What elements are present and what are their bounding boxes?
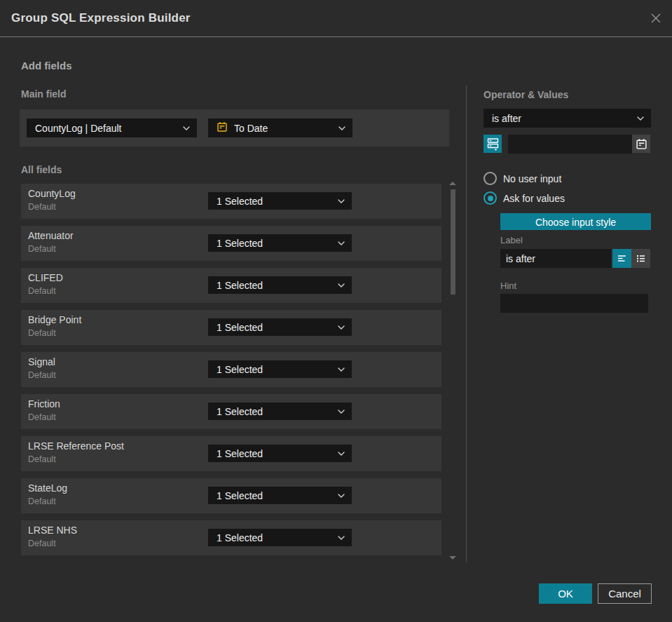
- chevron-down-icon: [183, 126, 190, 130]
- choose-input-style-button[interactable]: Choose input style: [500, 213, 651, 230]
- radio-circle-icon: [484, 172, 497, 185]
- align-left-icon: [616, 252, 628, 264]
- field-subtitle: Default: [28, 412, 56, 422]
- field-row: LRSE NHS Default 1 Selected: [21, 520, 441, 555]
- chevron-down-icon: [338, 241, 345, 245]
- field-row: Friction Default 1 Selected: [21, 394, 441, 429]
- main-field-label: Main field: [21, 88, 67, 100]
- chevron-down-icon: [338, 536, 345, 540]
- date-picker-button[interactable]: [632, 135, 650, 153]
- field-selection-value: 1 Selected: [217, 238, 334, 249]
- field-selection-dropdown[interactable]: 1 Selected: [208, 529, 352, 546]
- radio-no-user-input[interactable]: No user input: [484, 172, 561, 185]
- scrollbar-up-arrow[interactable]: [449, 182, 456, 185]
- field-subtitle: Default: [28, 539, 56, 548]
- field-selection-dropdown[interactable]: 1 Selected: [208, 276, 352, 294]
- field-subtitle: Default: [28, 328, 56, 338]
- main-field-panel: CountyLog | Default To Date: [20, 109, 449, 147]
- field-row: LRSE Reference Post Default 1 Selected: [21, 436, 441, 471]
- field-selection-dropdown[interactable]: 1 Selected: [208, 445, 352, 462]
- group-sql-expression-builder-dialog: Group SQL Expression Builder Add fields …: [0, 0, 672, 622]
- stacked-values-icon: [486, 137, 500, 151]
- scrollbar-down-arrow[interactable]: [449, 556, 456, 560]
- label-input[interactable]: [500, 249, 611, 268]
- field-row: StateLog Default 1 Selected: [21, 478, 441, 513]
- single-line-style-toggle[interactable]: [612, 249, 631, 268]
- field-selection-value: 1 Selected: [217, 322, 334, 333]
- chevron-down-icon: [637, 116, 644, 121]
- hint-input[interactable]: [500, 294, 648, 313]
- field-selection-dropdown[interactable]: 1 Selected: [208, 360, 352, 378]
- value-type-toggle-button[interactable]: [484, 135, 502, 153]
- scrollbar-thumb[interactable]: [451, 189, 455, 295]
- field-selection-value: 1 Selected: [217, 406, 334, 417]
- all-fields-label: All fields: [21, 164, 62, 175]
- field-selection-dropdown[interactable]: 1 Selected: [208, 234, 352, 252]
- field-name: LRSE Reference Post: [28, 440, 124, 452]
- field-name: LRSE NHS: [28, 525, 77, 536]
- field-name: CLIFED: [28, 272, 63, 283]
- date-field-select-value: To Date: [234, 123, 334, 134]
- field-name: Bridge Point: [28, 314, 81, 325]
- chevron-down-icon: [338, 367, 345, 372]
- field-subtitle: Default: [28, 286, 56, 296]
- field-row: Attenuator Default 1 Selected: [21, 226, 441, 261]
- field-name: StateLog: [28, 482, 67, 494]
- field-subtitle: Default: [28, 370, 56, 380]
- chevron-down-icon: [338, 410, 345, 414]
- field-row: CountyLog Default 1 Selected: [21, 184, 441, 219]
- radio-label: No user input: [503, 173, 561, 184]
- chevron-down-icon: [338, 494, 345, 498]
- field-selection-value: 1 Selected: [217, 448, 334, 459]
- chevron-down-icon: [338, 199, 345, 203]
- field-name: Signal: [28, 356, 55, 367]
- field-row: Bridge Point Default 1 Selected: [21, 310, 441, 345]
- add-fields-heading: Add fields: [21, 60, 72, 72]
- field-selection-dropdown[interactable]: 1 Selected: [208, 318, 352, 336]
- field-row: Signal Default 1 Selected: [21, 352, 441, 387]
- calendar-icon: [217, 121, 228, 135]
- close-icon[interactable]: [649, 11, 663, 25]
- field-selection-value: 1 Selected: [217, 532, 334, 543]
- chevron-down-icon: [338, 325, 345, 330]
- ok-button[interactable]: OK: [539, 583, 592, 604]
- title-bar: Group SQL Expression Builder: [0, 0, 672, 37]
- field-selection-value: 1 Selected: [217, 364, 334, 375]
- field-selection-value: 1 Selected: [217, 196, 334, 207]
- dialog-title: Group SQL Expression Builder: [11, 0, 191, 36]
- panel-divider: [466, 86, 467, 562]
- hint-caption: Hint: [500, 280, 516, 291]
- field-selection-dropdown[interactable]: 1 Selected: [208, 487, 352, 504]
- field-row: CLIFED Default 1 Selected: [21, 268, 441, 303]
- field-selection-value: 1 Selected: [217, 280, 334, 291]
- cancel-button[interactable]: Cancel: [598, 583, 652, 604]
- field-name: Friction: [28, 398, 60, 410]
- bullet-list-icon: [635, 252, 647, 264]
- main-field-select[interactable]: CountyLog | Default: [27, 119, 197, 137]
- list-style-toggle[interactable]: [631, 249, 650, 268]
- field-subtitle: Default: [28, 202, 56, 212]
- operator-values-label: Operator & Values: [484, 89, 568, 100]
- field-subtitle: Default: [28, 244, 56, 254]
- field-subtitle: Default: [28, 454, 56, 464]
- field-subtitle: Default: [28, 496, 56, 506]
- radio-selected-icon: [484, 191, 497, 205]
- date-value-input[interactable]: [508, 135, 632, 154]
- radio-ask-for-values[interactable]: Ask for values: [484, 191, 565, 205]
- chevron-down-icon: [338, 283, 345, 288]
- operator-select-value: is after: [492, 113, 633, 124]
- field-selection-dropdown[interactable]: 1 Selected: [208, 403, 352, 420]
- field-name: Attenuator: [28, 230, 74, 241]
- chevron-down-icon: [338, 452, 345, 456]
- field-name: CountyLog: [28, 188, 76, 199]
- field-selection-value: 1 Selected: [217, 490, 334, 501]
- radio-label: Ask for values: [503, 193, 565, 204]
- main-field-select-value: CountyLog | Default: [35, 123, 179, 134]
- label-caption: Label: [500, 235, 523, 245]
- chevron-down-icon: [338, 126, 345, 130]
- calendar-icon: [636, 138, 647, 150]
- date-field-select[interactable]: To Date: [208, 119, 352, 137]
- operator-select[interactable]: is after: [484, 109, 651, 128]
- field-selection-dropdown[interactable]: 1 Selected: [208, 192, 352, 210]
